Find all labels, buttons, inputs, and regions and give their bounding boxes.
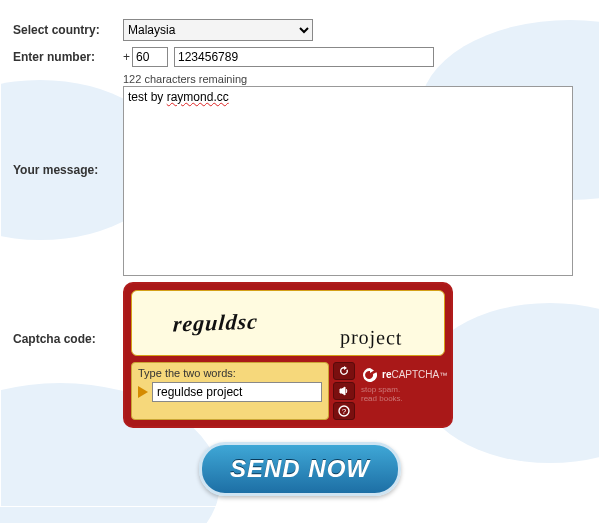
message-textarea[interactable]: test by raymond.cc — [123, 86, 573, 276]
captcha-label: Captcha code: — [13, 282, 123, 346]
message-label: Your message: — [13, 73, 123, 177]
captcha-image: reguldsc project — [131, 290, 445, 356]
recaptcha-logo-icon — [361, 366, 379, 384]
recaptcha-widget: reguldsc project Type the two words: — [123, 282, 453, 428]
svg-text:?: ? — [342, 407, 347, 416]
captcha-help-button[interactable]: ? — [333, 402, 355, 420]
country-label: Select country: — [13, 23, 123, 37]
sms-form: Select country: Malaysia Enter number: +… — [0, 0, 600, 507]
captcha-audio-button[interactable] — [333, 382, 355, 400]
send-button[interactable]: SEND NOW — [199, 442, 401, 496]
arrow-icon — [138, 386, 148, 398]
country-select[interactable]: Malaysia — [123, 19, 313, 41]
country-code-input[interactable] — [132, 47, 168, 67]
plus-sign: + — [123, 50, 130, 64]
chars-remaining: 122 characters remaining — [123, 73, 587, 85]
captcha-prompt: Type the two words: — [138, 367, 322, 379]
captcha-refresh-button[interactable] — [333, 362, 355, 380]
number-label: Enter number: — [13, 50, 123, 64]
captcha-input[interactable] — [152, 382, 322, 402]
recaptcha-brand: reCAPTCHA™ stop spam. read books. — [359, 362, 445, 420]
phone-number-input[interactable] — [174, 47, 434, 67]
